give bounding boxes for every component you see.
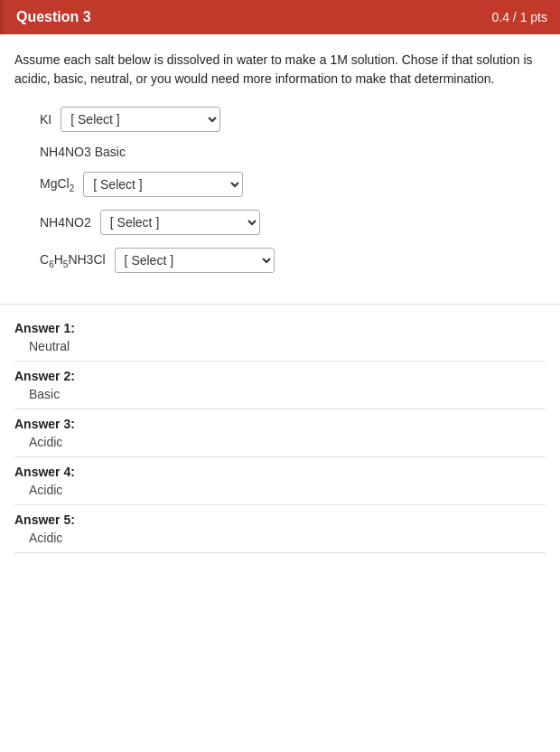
- list-item-c6h5nh3cl: C6H5NH3Cl [ Select ] Acidic Basic Neutra…: [40, 248, 546, 273]
- select-mgcl2[interactable]: [ Select ] Acidic Basic Neutral Need mor…: [83, 172, 243, 197]
- answer-label-3: Answer 3:: [14, 417, 546, 431]
- answer-block-4: Answer 4: Acidic: [14, 457, 546, 505]
- list-item-nh4no2: NH4NO2 [ Select ] Acidic Basic Neutral N…: [40, 210, 546, 235]
- salt-label-c6h5nh3cl: C6H5NH3Cl: [40, 252, 106, 269]
- question-header: Question 3 0.4 / 1 pts: [0, 0, 560, 34]
- instructions-text: Assume each salt below is dissolved in w…: [14, 51, 546, 89]
- select-ki[interactable]: [ Select ] Acidic Basic Neutral Need mor…: [61, 107, 220, 132]
- list-item-nh4no3: NH4NO3 Basic: [40, 145, 546, 159]
- answer-value-1: Neutral: [14, 339, 546, 353]
- list-item-ki: KI [ Select ] Acidic Basic Neutral Need …: [40, 107, 546, 132]
- question-title: Question 3: [16, 9, 91, 25]
- salt-list: KI [ Select ] Acidic Basic Neutral Need …: [14, 107, 546, 273]
- salt-label-mgcl2: MgCl2: [40, 176, 74, 193]
- answer-block-3: Answer 3: Acidic: [14, 409, 546, 457]
- answers-section: Answer 1: Neutral Answer 2: Basic Answer…: [0, 304, 560, 562]
- answer-value-4: Acidic: [14, 483, 546, 497]
- answer-block-1: Answer 1: Neutral: [14, 314, 546, 362]
- question-score: 0.4 / 1 pts: [492, 10, 547, 24]
- answer-block-5: Answer 5: Acidic: [14, 505, 546, 553]
- answer-value-3: Acidic: [14, 435, 546, 449]
- answer-label-2: Answer 2:: [14, 369, 546, 383]
- select-c6h5nh3cl[interactable]: [ Select ] Acidic Basic Neutral Need mor…: [115, 248, 275, 273]
- salt-label-ki: KI: [40, 112, 51, 127]
- answer-value-2: Basic: [14, 387, 546, 401]
- answer-label-4: Answer 4:: [14, 465, 546, 479]
- salt-label-nh4no3: NH4NO3 Basic: [40, 145, 126, 159]
- answer-value-5: Acidic: [14, 531, 546, 545]
- select-nh4no2[interactable]: [ Select ] Acidic Basic Neutral Need mor…: [100, 210, 260, 235]
- question-body: Assume each salt below is dissolved in w…: [0, 34, 560, 295]
- list-item-mgcl2: MgCl2 [ Select ] Acidic Basic Neutral Ne…: [40, 172, 546, 197]
- answer-label-5: Answer 5:: [14, 512, 546, 527]
- answer-label-1: Answer 1:: [14, 321, 546, 335]
- salt-label-nh4no2: NH4NO2: [40, 215, 91, 230]
- answer-block-2: Answer 2: Basic: [14, 362, 546, 409]
